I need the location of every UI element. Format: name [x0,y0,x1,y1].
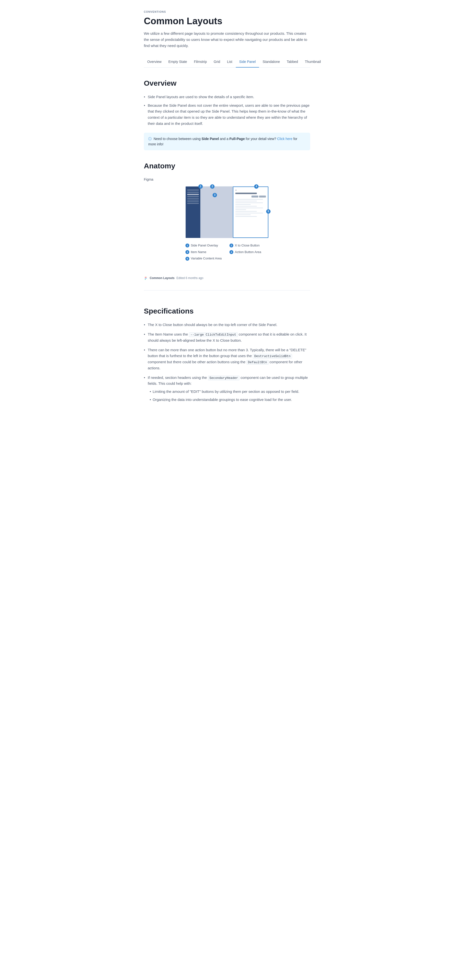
specs-sub-bullet-2: Organizing the data into understandable … [148,397,310,403]
overview-title: Overview [144,77,310,89]
legend-dot-5: 5 [186,257,189,261]
diagram-close-btn: × [235,188,266,192]
anatomy-legend: 1 Side Panel Overlay 2 X to Close Button… [186,243,268,261]
specs-bullet-3-middle: component but there could be other actio… [148,360,246,364]
figma-label-text: Figma [144,177,153,182]
legend-item-4: 4 Action Button Area [229,250,268,255]
figma-footer-name: Common Layouts [150,276,175,280]
tab-filmstrip[interactable]: Filmstrip [190,57,210,67]
specs-sub-bullet-1: Limiting the amount of "EDIT" buttons by… [148,389,310,395]
specifications-title: Specifications [144,305,310,317]
legend-dot-1: 1 [186,243,189,247]
tab-tabbed[interactable]: Tabbed [283,57,302,67]
convention-label: CONVENTIONS [144,10,310,14]
legend-item-1: 1 Side Panel Overlay [186,243,225,248]
diagram-line [235,206,257,207]
annotation-2: 2 [210,184,214,189]
annotation-5: 5 [266,209,271,214]
specs-bullet-1-text: The X to Close button should always be o… [148,323,278,327]
nav-tabs: Overview Empty State Filmstrip Grid List… [144,57,310,67]
diagram-nav-item [187,192,199,193]
specifications-section: Specifications The X to Close button sho… [144,305,310,402]
annotation-4: 4 [254,184,259,189]
info-bold-side-panel: Side Panel [202,137,219,141]
tab-grid[interactable]: Grid [210,57,224,67]
specs-bullet-2-before: The Item Name uses the [148,332,189,336]
diagram-item-name-bar [235,192,257,194]
legend-dot-3: 3 [186,250,189,254]
legend-label-1: Side Panel Overlay [191,243,218,248]
legend-label-5: Variable Content Area [191,256,222,261]
legend-label-4: Action Button Area [235,250,261,255]
overview-bullets: Side Panel layouts are used to show the … [144,94,310,127]
specs-bullet-3: There can be more than one action button… [144,347,310,371]
specs-bullet-2: The Item Name uses the --large ClickToEd… [144,331,310,344]
tab-thumbnail[interactable]: Thumbnail [302,57,324,67]
tab-empty-state[interactable]: Empty State [165,57,190,67]
info-link[interactable]: Click here [277,137,292,141]
diagram-content-lines [235,199,266,236]
info-text-after: for your detail view? [246,137,277,141]
diagram-line [235,201,257,201]
info-text-middle: and a [220,137,229,141]
legend-dot-2: 2 [229,243,233,247]
specs-code-destructive: DestructiveSolidBtn [253,354,292,359]
figma-label: Figma [144,177,310,182]
overview-bullet-1: Side Panel layouts are used to show the … [144,94,310,100]
diagram-line [235,202,263,203]
specs-code-clicktoedit: --large ClickToEditInput [189,332,238,337]
tab-standalone[interactable]: Standalone [259,57,283,67]
diagram-close-x: × [235,188,237,192]
anatomy-section: Anatomy Figma [144,160,310,280]
info-icon: ⓘ [148,137,152,141]
diagram-left-nav [186,186,200,238]
diagram-line [235,211,257,212]
diagram-action-btns [235,196,266,197]
diagram-nav-items [186,186,200,204]
legend-dot-4: 4 [229,250,233,254]
figma-footer-edited: Edited 6 months ago [176,276,203,280]
annotation-3: 3 [213,193,217,197]
legend-item-2: 2 X to Close Button [229,243,268,248]
specs-bullet-4-before: If needed, section headers using the [148,375,208,380]
specs-bullet-1: The X to Close button should always be o… [144,322,310,328]
figma-logo-icon [144,276,148,280]
diagram-line [235,199,263,200]
anatomy-diagram: × [186,186,268,261]
specs-sub-list: Limiting the amount of "EDIT" buttons by… [148,389,310,403]
page-title: Common Layouts [144,16,310,27]
diagram-background: × [186,186,268,238]
legend-item-3: 3 Item Name [186,250,225,255]
specifications-list: The X to Close button should always be o… [144,322,310,402]
page-description: We utilize a few different page layouts … [144,30,310,49]
tab-list[interactable]: List [224,57,236,67]
diagram-nav-item [187,198,199,199]
diagram-action-btn [259,196,266,197]
diagram-line [235,213,263,213]
diagram-line [235,215,251,215]
diagram-side-panel: × [233,186,268,238]
diagram-nav-item [187,189,199,191]
overview-bullet-2: Because the Side Panel does not cover th… [144,103,310,127]
legend-label-3: Item Name [191,250,206,255]
diagram-content-area: × [200,186,268,238]
overview-section: Overview Side Panel layouts are used to … [144,77,310,151]
specs-code-defaultbtn: DefaultBtn [246,360,268,365]
info-box: ⓘ Need to choose between using Side Pane… [144,133,310,151]
diagram-nav-item [187,203,199,204]
diagram-line [235,208,263,208]
legend-label-2: X to Close Button [235,243,260,248]
tab-overview[interactable]: Overview [144,57,165,67]
info-text-before: Need to choose between using [154,137,202,141]
tab-side-panel[interactable]: Side Panel [236,57,259,67]
page-container: CONVENTIONS Common Layouts We utilize a … [137,0,317,426]
diagram-nav-item [187,200,199,202]
diagram-inner: × [186,186,268,238]
diagram-line [235,216,257,217]
section-divider [144,290,310,291]
legend-item-5: 5 Variable Content Area [186,256,225,261]
info-bold-full-page: Full-Page [229,137,245,141]
diagram-nav-item [187,196,199,197]
specs-code-secondary: SecondaryHeader [208,376,240,380]
diagram-nav-item-active [187,194,199,195]
